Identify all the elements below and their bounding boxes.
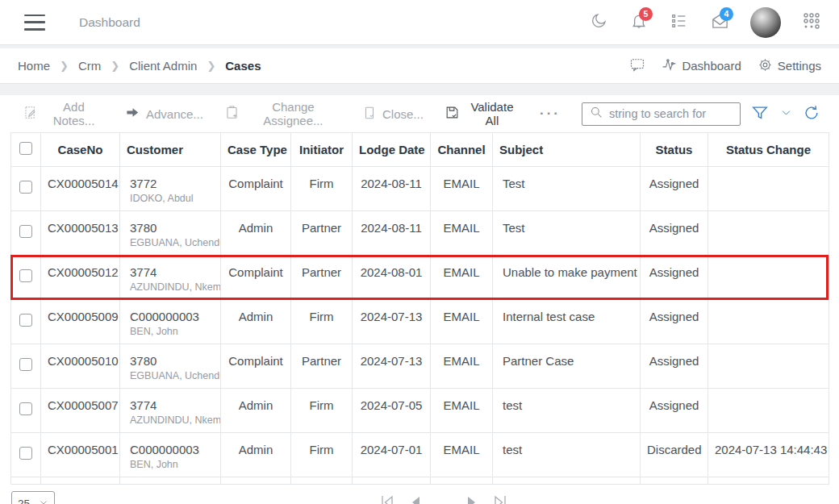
cell-case-no: CX00005010 bbox=[41, 344, 120, 389]
dark-mode-toggle[interactable] bbox=[589, 13, 608, 32]
cell-case-type: Admin bbox=[221, 211, 291, 256]
more-actions-button[interactable]: ··· bbox=[540, 106, 561, 122]
column-header-initiator[interactable]: Initiator bbox=[291, 133, 353, 167]
table-row[interactable]: CX00005009C000000003BEN, JohnAdminFirm20… bbox=[11, 300, 829, 344]
apps-menu-button[interactable] bbox=[802, 13, 821, 32]
next-page-button[interactable] bbox=[462, 493, 482, 504]
row-checkbox[interactable] bbox=[19, 447, 32, 460]
user-avatar[interactable] bbox=[750, 7, 781, 38]
cell-channel: EMAIL bbox=[431, 211, 493, 256]
cell-subject: Unable to make payment bbox=[493, 256, 641, 300]
cell-channel: EMAIL bbox=[431, 389, 493, 433]
cell-lodge-date: 2024-07-01 bbox=[353, 433, 431, 477]
cell-case-type: Complaint bbox=[221, 256, 291, 300]
table-row[interactable]: CX000050073774AZUNDINDU, NkemAdminFirm20… bbox=[11, 389, 829, 433]
breadcrumb-crm[interactable]: Crm bbox=[78, 59, 101, 73]
cell-initiator: Firm bbox=[291, 433, 353, 477]
column-header-lodge-date[interactable]: Lodge Date bbox=[353, 133, 431, 167]
breadcrumb-client-admin[interactable]: Client Admin bbox=[129, 59, 197, 73]
table-row[interactable]: CX00005001C000000003BEN, JohnAdminFirm20… bbox=[11, 433, 829, 477]
row-select-cell bbox=[11, 344, 41, 389]
column-header-customer[interactable]: Customer bbox=[120, 133, 221, 167]
table-row[interactable]: CX000050133780EGBUANA, UchenduAdminPartn… bbox=[11, 211, 829, 256]
select-all-checkbox[interactable] bbox=[19, 142, 32, 155]
cell-status-change bbox=[708, 167, 829, 211]
app-root: Dashboard 5 4 bbox=[0, 0, 839, 504]
cases-table-container: CaseNo Customer Case Type Initiator Lodg… bbox=[10, 132, 829, 485]
row-checkbox[interactable] bbox=[19, 225, 32, 238]
notifications-button[interactable]: 5 bbox=[629, 13, 649, 32]
gear-icon bbox=[758, 57, 773, 75]
cell-case-no: CX00005014 bbox=[41, 167, 120, 211]
cell-status: Assigned bbox=[641, 167, 708, 211]
search-input[interactable] bbox=[609, 107, 733, 120]
column-header-case-type[interactable]: Case Type bbox=[221, 133, 291, 167]
comment-icon bbox=[629, 56, 645, 75]
cell-initiator: Partner bbox=[291, 211, 353, 256]
moon-icon bbox=[590, 12, 607, 32]
search-icon bbox=[589, 105, 603, 123]
row-checkbox[interactable] bbox=[19, 269, 32, 282]
filter-button[interactable] bbox=[750, 104, 770, 123]
row-checkbox[interactable] bbox=[19, 402, 32, 415]
cell-subject: Test bbox=[493, 211, 641, 256]
cell-customer: C000000003BEN, John bbox=[120, 300, 221, 344]
column-header-status-change[interactable]: Status Change bbox=[708, 133, 829, 167]
last-page-button[interactable] bbox=[490, 493, 510, 504]
cell-channel: EMAIL bbox=[431, 300, 493, 344]
row-checkbox[interactable] bbox=[19, 358, 32, 371]
search-box bbox=[582, 102, 741, 126]
select-all-cell bbox=[11, 133, 41, 167]
column-header-subject[interactable]: Subject bbox=[493, 133, 641, 167]
cell-case-no: CX00005007 bbox=[41, 389, 120, 433]
cell-customer: 3772IDOKO, Abdul bbox=[120, 167, 221, 211]
cell-lodge-date: 2024-07-13 bbox=[353, 300, 431, 344]
dashboard-link[interactable]: Dashboard bbox=[662, 57, 741, 75]
feedback-button[interactable] bbox=[629, 56, 645, 75]
row-checkbox[interactable] bbox=[19, 314, 32, 327]
page-size-select[interactable]: 25 bbox=[11, 491, 55, 504]
row-select-cell bbox=[11, 167, 41, 211]
column-header-status[interactable]: Status bbox=[641, 133, 708, 167]
customer-name: EGBUANA, Uchendu bbox=[130, 237, 214, 248]
column-header-caseno[interactable]: CaseNo bbox=[41, 133, 120, 167]
table-row[interactable]: CX000050103780EGBUANA, UchenduComplaintP… bbox=[11, 344, 829, 389]
hamburger-menu-button[interactable] bbox=[24, 15, 45, 31]
cell-status: Assigned bbox=[641, 211, 708, 256]
table-row[interactable]: CX000050143772IDOKO, AbdulComplaintFirm2… bbox=[11, 167, 829, 211]
validate-all-button[interactable]: Validate All bbox=[445, 100, 519, 127]
cell-channel: EMAIL bbox=[431, 256, 493, 300]
previous-page-button[interactable] bbox=[406, 493, 425, 504]
settings-link[interactable]: Settings bbox=[758, 57, 821, 75]
apps-grid-icon bbox=[802, 11, 821, 33]
change-assignee-button[interactable]: Change Assignee... bbox=[224, 100, 341, 127]
breadcrumb: Home ❯ Crm ❯ Client Admin ❯ Cases bbox=[18, 59, 261, 73]
close-case-button[interactable]: Close... bbox=[362, 106, 424, 123]
cell-case-type: Complaint bbox=[221, 344, 291, 389]
cell-initiator: Firm bbox=[291, 167, 353, 211]
row-select-cell bbox=[11, 389, 41, 433]
task-list-button[interactable] bbox=[670, 13, 689, 32]
table-row[interactable]: CX000050123774AZUNDINDU, NkemComplaintPa… bbox=[11, 256, 829, 300]
first-page-button[interactable] bbox=[378, 493, 397, 504]
cell-initiator: Firm bbox=[291, 389, 353, 433]
cell-subject: Test bbox=[493, 167, 641, 211]
add-notes-button[interactable]: Add Notes... bbox=[23, 100, 104, 127]
customer-id: 3774 bbox=[130, 398, 214, 412]
chevron-right-icon: ❯ bbox=[111, 60, 119, 72]
refresh-button[interactable] bbox=[802, 104, 821, 123]
refresh-icon bbox=[803, 104, 820, 124]
row-checkbox[interactable] bbox=[19, 181, 32, 194]
cell-status-change: 2024-07-13 14:44:43 bbox=[708, 433, 829, 477]
cell-case-no: CX00005012 bbox=[41, 256, 120, 300]
notifications-badge: 5 bbox=[639, 7, 653, 21]
cell-case-no: CX00005013 bbox=[41, 211, 120, 256]
breadcrumb-home[interactable]: Home bbox=[18, 59, 50, 73]
advance-button[interactable]: Advance... bbox=[125, 105, 203, 123]
column-header-channel[interactable]: Channel bbox=[431, 133, 493, 167]
filter-dropdown-button[interactable] bbox=[779, 104, 792, 123]
messages-button[interactable]: 4 bbox=[710, 13, 729, 32]
cell-status: Discarded bbox=[641, 433, 708, 477]
cell-lodge-date: 2024-08-01 bbox=[353, 256, 431, 300]
cell-subject: Internal test case bbox=[493, 300, 641, 344]
